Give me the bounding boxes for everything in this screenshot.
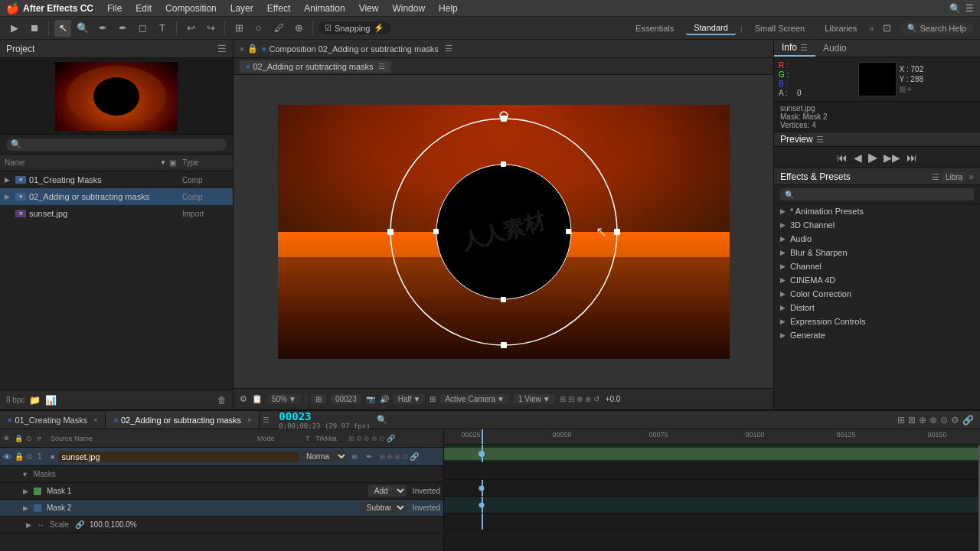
masks-expand-icon[interactable]: ▼ (21, 471, 28, 478)
menu-file[interactable]: File (101, 2, 128, 15)
vf-resolution-btn[interactable]: Half ▼ (394, 394, 426, 404)
tl-tab-menu[interactable]: ☰ (263, 416, 270, 424)
tl-ctrl-1[interactable]: ⊞ (897, 415, 905, 425)
audio-tab[interactable]: Audio (815, 40, 854, 57)
effects-library-btn[interactable]: Libra (942, 172, 965, 182)
viewer-close-btn[interactable]: × (240, 44, 244, 54)
layer-icon-3[interactable]: ⊗ (394, 452, 400, 461)
viewer-lock-icon[interactable]: 🔒 (247, 44, 258, 54)
play-btn[interactable]: ▶ (6, 20, 23, 37)
item-expand-1[interactable]: ▶ (5, 193, 12, 201)
layer-solo-btn[interactable]: ⊙ (26, 452, 35, 461)
preview-prev-btn[interactable]: ◀ (854, 152, 862, 164)
menu-composition[interactable]: Composition (159, 2, 223, 15)
vf-icon-4[interactable]: ⊗ (585, 395, 591, 403)
project-delete-icon[interactable]: 🗑 (217, 395, 227, 406)
tl-ctrl-2[interactable]: ⊠ (908, 415, 916, 425)
ep-item-cinema4d[interactable]: ▶ CINEMA 4D (774, 273, 980, 287)
layer-mode-select[interactable]: Norma (302, 451, 348, 462)
menu-layer[interactable]: Layer (224, 2, 260, 15)
vf-frame-counter-btn[interactable]: 00023 (331, 394, 361, 404)
tl-search-icon[interactable]: 🔍 (377, 415, 387, 425)
layer-icon-1[interactable]: ⊞ (379, 452, 385, 461)
mask1-inverted[interactable]: Inverted (413, 487, 440, 495)
tl-ctrl-6[interactable]: ⚙ (951, 415, 959, 425)
tl-tab-close-1[interactable]: × (247, 416, 251, 424)
ep-item-3dchannel[interactable]: ▶ 3D Channel (774, 218, 980, 232)
ep-item-color[interactable]: ▶ Color Correction (774, 287, 980, 301)
select-tool[interactable]: ↖ (54, 20, 71, 37)
mask1-mode-select[interactable]: Add (368, 485, 407, 497)
ep-item-expression[interactable]: ▶ Expression Controls (774, 315, 980, 328)
layer-icon-5[interactable]: 🔗 (410, 452, 419, 461)
layer-icon-4[interactable]: ⊙ (402, 452, 408, 461)
preview-first-btn[interactable]: ⏮ (837, 152, 848, 164)
vf-view-btn[interactable]: 1 View ▼ (514, 394, 555, 404)
apple-menu[interactable]: 🍎 (6, 2, 18, 15)
ep-item-blur[interactable]: ▶ Blur & Sharpen (774, 246, 980, 259)
mask1-row[interactable]: ▶ Mask 1 Add Inverted (0, 483, 443, 500)
grid-btn[interactable]: ⊞ (230, 20, 247, 37)
project-item-1[interactable]: ▶ ■ 02_Adding or subtracting masks Comp (0, 188, 233, 205)
workspace-essentials[interactable]: Essentials (628, 22, 681, 34)
scale-expand[interactable]: ▶ (26, 521, 31, 529)
tl-layer-row-1[interactable]: 👁 🔒 ⊙ 1 ■ sunset.jpg Norma ⊕ ✒ ⊞ ⊕ ⊗ ⊙ (0, 448, 443, 466)
tl-ctrl-4[interactable]: ⊗ (929, 415, 937, 425)
ep-item-animation[interactable]: ▶ * Animation Presets (774, 204, 980, 218)
mask2-inverted[interactable]: Inverted (413, 504, 440, 512)
undo-btn[interactable]: ↩ (182, 20, 199, 37)
shape-tool[interactable]: ◻ (134, 20, 151, 37)
vf-zoom-btn[interactable]: 50% ▼ (267, 394, 301, 404)
preview-last-btn[interactable]: ⏭ (906, 152, 917, 164)
expand-panels-btn[interactable]: ⊡ (878, 20, 895, 37)
vf-icon-5[interactable]: ↺ (593, 395, 599, 403)
effects-presets-menu[interactable]: ☰ (932, 172, 939, 182)
preview-play-btn[interactable]: ▶ (868, 150, 877, 165)
mask2-mode-select[interactable]: Subtract (361, 502, 407, 514)
project-search-input[interactable] (6, 139, 227, 151)
menu-edit[interactable]: Edit (129, 2, 158, 15)
clone-btn[interactable]: ⊕ (290, 20, 307, 37)
ep-item-audio[interactable]: ▶ Audio (774, 232, 980, 246)
pen-tool[interactable]: ✒ (114, 20, 131, 37)
tl-ctrl-3[interactable]: ⊕ (919, 415, 926, 425)
tl-tab-0[interactable]: ■ 01_Creating Masks × (0, 411, 106, 429)
tab-menu[interactable]: ☰ (378, 62, 385, 70)
effects-search-input[interactable] (780, 188, 974, 201)
tl-ctrl-7[interactable]: 🔗 (962, 415, 974, 425)
mask1-expand[interactable]: ▶ (23, 487, 28, 495)
vf-icon-2[interactable]: ⊟ (568, 395, 574, 403)
ep-item-generate[interactable]: ▶ Generate (774, 328, 980, 342)
vf-icon-3[interactable]: ⊕ (577, 395, 583, 403)
tl-tab-close-0[interactable]: × (93, 416, 97, 424)
menu-effect[interactable]: Effect (261, 2, 296, 15)
layer1-bar[interactable] (444, 448, 980, 460)
redo-btn[interactable]: ↪ (202, 20, 219, 37)
info-tab-menu[interactable]: ☰ (800, 43, 808, 53)
ep-item-distort[interactable]: ▶ Distort (774, 301, 980, 315)
vf-camera-view-btn[interactable]: Active Camera ▼ (440, 394, 508, 404)
snapping-toggle[interactable]: ☑ Snapping ⚡ (318, 21, 390, 34)
project-menu-btn[interactable]: ☰ (217, 43, 227, 54)
workspace-small-screen[interactable]: Small Screen (747, 22, 812, 34)
scale-link-icon[interactable]: 🔗 (75, 520, 84, 529)
oval-tool[interactable]: ○ (250, 20, 267, 37)
item-expand-0[interactable]: ▶ (5, 176, 12, 184)
text-tool[interactable]: T (154, 20, 171, 37)
vf-icon-1[interactable]: ⊞ (560, 395, 566, 403)
workspace-standard[interactable]: Standard (686, 21, 736, 35)
preview-menu-btn[interactable]: ☰ (816, 135, 824, 145)
search-tool[interactable]: 🔍 (74, 20, 91, 37)
layer-paint-icon[interactable]: ✒ (366, 452, 375, 461)
viewer-tab[interactable]: ■ 02_Adding or subtracting masks ☰ (240, 60, 391, 73)
paint-btn[interactable]: 🖊 (270, 20, 287, 37)
layer-vis-btn[interactable]: 👁 (3, 452, 12, 461)
workspace-libraries[interactable]: Libraries (817, 22, 864, 34)
info-tab[interactable]: Info ☰ (774, 40, 815, 57)
project-new-folder-icon[interactable]: 📁 (29, 395, 41, 406)
preview-next-btn[interactable]: ▶▶ (884, 152, 900, 164)
stop-btn[interactable]: ⏹ (26, 20, 43, 37)
vf-frame-btn[interactable]: ⊞ (311, 394, 326, 404)
tl-tab-1[interactable]: ■ 02_Adding or subtracting masks × (106, 411, 260, 429)
timeline-playhead[interactable] (482, 429, 483, 444)
